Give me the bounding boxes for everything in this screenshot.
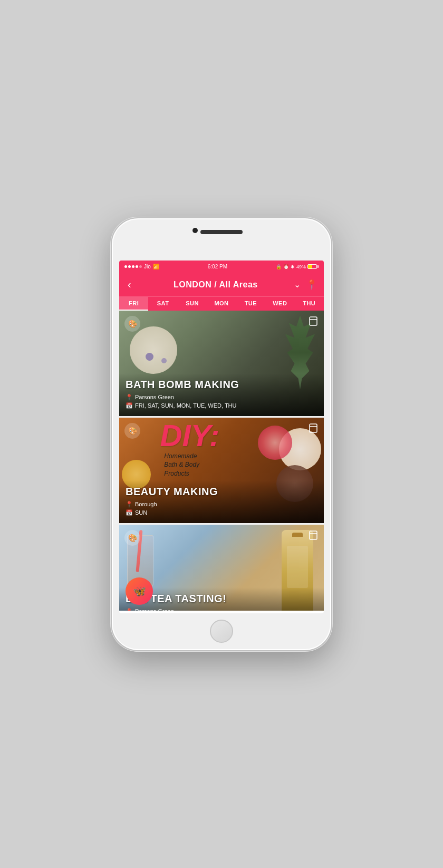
bath-bomb-title: BATH BOMB MAKING bbox=[126, 379, 317, 391]
events-list: 🎨 BATH BOMB MAKING 📍 Parsons Green bbox=[119, 311, 324, 611]
location-button[interactable]: 📍 bbox=[306, 279, 317, 291]
back-button[interactable]: ‹ bbox=[126, 276, 133, 293]
svg-rect-2 bbox=[310, 424, 317, 432]
app-logo-icon: 🦋 bbox=[133, 585, 146, 597]
beauty-location-meta: 📍 Borough bbox=[126, 501, 317, 508]
status-bar-right: 🔒 ⏰ ✱ 49% bbox=[276, 264, 319, 269]
tab-thu[interactable]: THU bbox=[295, 297, 324, 311]
bath-bomb-location: Parsons Green bbox=[135, 394, 174, 400]
app-logo: 🦋 bbox=[126, 577, 153, 605]
signal-dot-3 bbox=[132, 265, 134, 268]
beauty-location: Borough bbox=[135, 501, 157, 507]
bookmark-icon-beauty[interactable] bbox=[308, 423, 319, 436]
navigation-bar: ‹ LONDON / All Areas ⌄ 📍 bbox=[119, 273, 324, 296]
location-pin-icon-beauty: 📍 bbox=[126, 501, 133, 508]
bath-bomb-stone bbox=[130, 326, 177, 374]
palette-icon: 🎨 bbox=[128, 320, 137, 328]
bath-bomb-overlay: BATH BOMB MAKING 📍 Parsons Green 📅 FRI, … bbox=[119, 373, 324, 416]
beauty-schedule: SUN bbox=[135, 509, 147, 516]
event-card-bath-bomb[interactable]: 🎨 BATH BOMB MAKING 📍 Parsons Green bbox=[119, 311, 324, 416]
calendar-icon-bath: 📅 bbox=[126, 402, 133, 409]
tab-mon[interactable]: MON bbox=[207, 297, 236, 311]
tab-tue[interactable]: TUE bbox=[236, 297, 265, 311]
signal-indicator bbox=[124, 265, 142, 268]
tea-location-meta: 📍 Parsons Green bbox=[126, 608, 317, 611]
tea-title: BLE TEA TASTING! bbox=[126, 593, 317, 605]
homemade-subtitle: HomemadeBath & BodyProducts bbox=[164, 452, 199, 478]
signal-dot-1 bbox=[124, 265, 127, 268]
carrier-name: Jio bbox=[144, 264, 151, 269]
bluetooth-icon: ✱ bbox=[291, 264, 295, 269]
event-card-tea[interactable]: 🦋 🎨 BLE TEA TASTING! 📍 Parsons Green bbox=[119, 525, 324, 611]
bottle-label bbox=[287, 546, 308, 588]
calendar-icon-beauty: 📅 bbox=[126, 509, 133, 516]
signal-dot-2 bbox=[128, 265, 131, 268]
alarm-icon: ⏰ bbox=[283, 264, 289, 269]
wifi-icon: 📶 bbox=[153, 264, 159, 269]
dropdown-button[interactable]: ⌄ bbox=[294, 279, 301, 290]
battery-body bbox=[307, 264, 317, 269]
phone-screen: Jio 📶 6:02 PM 🔒 ⏰ ✱ 49% ‹ LONDON / All bbox=[119, 261, 324, 613]
phone-camera bbox=[192, 228, 198, 233]
phone-speaker bbox=[200, 230, 243, 234]
bath-bomb-schedule: FRI, SAT, SUN, MON, TUE, WED, THU bbox=[135, 402, 237, 409]
lavender-ball bbox=[271, 342, 297, 369]
location-pin-icon: 📍 bbox=[126, 394, 133, 401]
lock-icon: 🔒 bbox=[276, 264, 282, 269]
tab-sat[interactable]: SAT bbox=[148, 297, 177, 311]
phone-home-button[interactable] bbox=[210, 620, 233, 643]
bottle-cap bbox=[292, 533, 303, 537]
status-bar-left: Jio 📶 bbox=[124, 264, 159, 269]
tea-location: Parsons Green bbox=[135, 608, 174, 611]
palette-icon-tea: 🎨 bbox=[128, 534, 137, 542]
category-icon-bath: 🎨 bbox=[124, 316, 140, 332]
beauty-overlay: BEAUTY MAKING 📍 Borough 📅 SUN bbox=[119, 480, 324, 523]
location-pin-icon-tea: 📍 bbox=[126, 608, 133, 611]
signal-dot-4 bbox=[136, 265, 138, 268]
bath-bomb-location-meta: 📍 Parsons Green bbox=[126, 394, 317, 401]
battery-fill bbox=[308, 265, 312, 268]
svg-rect-0 bbox=[310, 317, 317, 325]
svg-rect-4 bbox=[310, 531, 317, 539]
beauty-title: BEAUTY MAKING bbox=[126, 486, 317, 498]
category-icon-tea: 🎨 bbox=[124, 530, 140, 546]
signal-dot-5 bbox=[139, 265, 142, 268]
beauty-schedule-meta: 📅 SUN bbox=[126, 509, 317, 516]
tab-sun[interactable]: SUN bbox=[178, 297, 207, 311]
bath-bomb-schedule-meta: 📅 FRI, SAT, SUN, MON, TUE, WED, THU bbox=[126, 402, 317, 409]
status-time: 6:02 PM bbox=[208, 264, 227, 269]
status-bar: Jio 📶 6:02 PM 🔒 ⏰ ✱ 49% bbox=[119, 261, 324, 273]
tab-fri[interactable]: FRI bbox=[119, 297, 148, 311]
lavender-sprinkle-1 bbox=[146, 353, 153, 361]
battery-percent: 49% bbox=[296, 264, 306, 269]
event-card-beauty[interactable]: DIY: HomemadeBath & BodyProducts 🎨 bbox=[119, 418, 324, 523]
battery-icon bbox=[307, 264, 319, 269]
phone-frame: Jio 📶 6:02 PM 🔒 ⏰ ✱ 49% ‹ LONDON / All bbox=[111, 217, 332, 651]
lavender-sprinkle-2 bbox=[161, 358, 167, 363]
bookmark-icon-tea[interactable] bbox=[308, 530, 319, 543]
diy-text-decoration: DIY: bbox=[160, 420, 220, 451]
tab-wed[interactable]: WED bbox=[265, 297, 294, 311]
beauty-bomb-2 bbox=[258, 426, 292, 460]
bookmark-icon-bath[interactable] bbox=[308, 316, 319, 329]
category-icon-beauty: 🎨 bbox=[124, 423, 140, 439]
nav-title: LONDON / All Areas bbox=[138, 280, 294, 290]
palette-icon-beauty: 🎨 bbox=[128, 427, 137, 435]
day-tabs-bar: FRI SAT SUN MON TUE WED THU bbox=[119, 296, 324, 311]
battery-tip bbox=[317, 265, 319, 268]
